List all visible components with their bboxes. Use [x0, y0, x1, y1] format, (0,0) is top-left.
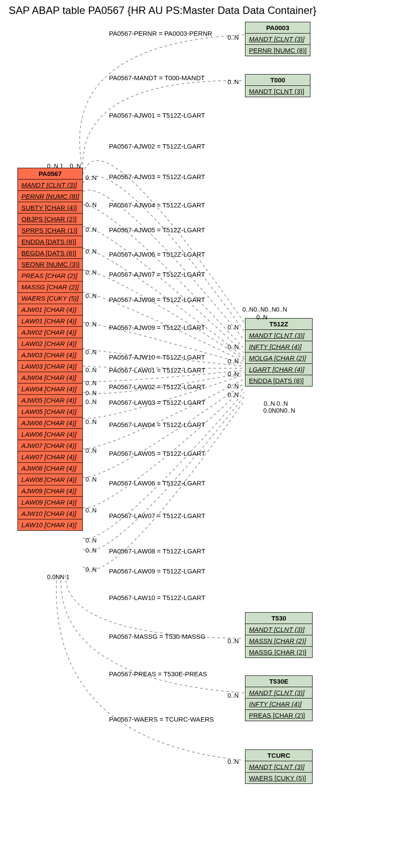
entity-field: WAERS [CUKY (5)] [245, 773, 312, 783]
cardinality-right: 0..N [228, 637, 239, 644]
entity-field: AJW06 [CHAR (4)] [18, 417, 82, 429]
field-label: LAW04 [CHAR (4)] [21, 385, 76, 393]
cardinality-right: 0..N [228, 758, 239, 765]
field-label: AJW02 [CHAR (4)] [21, 329, 76, 336]
cardinality-right: 0..N [228, 324, 239, 331]
relation-label: PA0567-LAW08 = T512Z-LGART [109, 547, 205, 555]
field-label: LAW10 [CHAR (4)] [21, 521, 76, 529]
relation-label: PA0567-LAW07 = T512Z-LGART [109, 512, 205, 519]
entity-PA0003: PA0003 MANDT [CLNT (3)]PERNR [NUMC (8)] [245, 22, 310, 56]
cardinality-left: 0..N [85, 174, 97, 181]
field-label: MOLGA [CHAR (2)] [249, 354, 306, 362]
entity-field: AJW01 [CHAR (4)] [18, 304, 82, 315]
cardinality-right: 0..N [228, 34, 239, 41]
entity-field: LAW01 [CHAR (4)] [18, 315, 82, 327]
field-label: MANDT [CLNT (3)] [249, 88, 304, 95]
entity-header: T530 [245, 613, 312, 624]
field-label: MANDT [CLNT (3)] [249, 332, 305, 339]
field-label: PREAS [CHAR (2)] [249, 712, 305, 719]
cardinality-left: 0..N [85, 292, 97, 299]
entity-header: T512Z [245, 319, 312, 330]
cardinality-left: 0.0NN 1 [47, 573, 69, 580]
field-label: SPRPS [CHAR (1)] [21, 227, 77, 234]
field-label: ENDDA [DATS (8)] [249, 377, 304, 384]
relation-label: PA0567-AJW06 = T512Z-LGART [109, 251, 205, 258]
cardinality-left: 0..N [85, 566, 97, 573]
cardinality-left: 0..N [85, 226, 97, 233]
field-label: LAW09 [CHAR (4)] [21, 498, 76, 506]
field-label: LAW07 [CHAR (4)] [21, 453, 76, 461]
entity-field: MANDT [CLNT (3)] [245, 330, 312, 341]
cardinality-right: 0..N [228, 692, 239, 699]
cardinality-left: 0..N [85, 321, 97, 328]
entity-field: BEGDA [DATS (8)] [18, 248, 82, 259]
relation-label: PA0567-AJW05 = T512Z-LGART [109, 226, 205, 234]
entity-field: MANDT [CLNT (3)] [245, 761, 312, 773]
entity-field: LAW05 [CHAR (4)] [18, 406, 82, 417]
field-label: AJW03 [CHAR (4)] [21, 351, 76, 359]
entity-field: MANDT [CLNT (3)] [18, 180, 82, 191]
field-label: MANDT [CLNT (3)] [249, 626, 305, 633]
field-label: AJW05 [CHAR (4)] [21, 397, 76, 404]
entity-field: PERNR [NUMC (8)] [18, 191, 82, 202]
relation-label: PA0567-AJW09 = T512Z-LGART [109, 324, 205, 331]
relation-label: PA0567-PREAS = T530E-PREAS [109, 670, 207, 678]
field-label: LAW05 [CHAR (4)] [21, 408, 76, 415]
field-label: WAERS [CUKY (5)] [21, 295, 78, 302]
entity-field: LAW10 [CHAR (4)] [18, 519, 82, 530]
cardinality-left: 0..N [70, 163, 81, 170]
relation-label: PA0567-LAW04 = T512Z-LGART [109, 421, 205, 428]
entity-field: MANDT [CLNT (3)] [245, 34, 310, 45]
field-label: PERNR [NUMC (8)] [249, 47, 307, 54]
relation-label: PA0567-LAW03 = T512Z-LGART [109, 399, 205, 406]
cardinality-left: 0..N [85, 418, 97, 425]
field-label: INFTY [CHAR (4)] [249, 343, 302, 350]
diagram-title: SAP ABAP table PA0567 {HR AU PS:Master D… [9, 4, 317, 17]
entity-header: T530E [245, 676, 312, 687]
entity-field: PREAS [CHAR (2)] [18, 270, 82, 281]
entity-field: LAW08 [CHAR (4)] [18, 474, 82, 485]
entity-field: AJW07 [CHAR (4)] [18, 440, 82, 451]
field-label: ENDDA [DATS (8)] [21, 238, 76, 245]
relation-label: PA0567-LAW09 = T512Z-LGART [109, 567, 205, 575]
entity-field: LAW04 [CHAR (4)] [18, 383, 82, 395]
relation-label: PA0567-LAW06 = T512Z-LGART [109, 479, 205, 487]
cardinality-right: 0..N [228, 78, 239, 85]
entity-header: T000 [245, 75, 310, 86]
entity-field: AJW08 [CHAR (4)] [18, 463, 82, 474]
cardinality-left: 0..N [85, 366, 97, 373]
entity-field: AJW02 [CHAR (4)] [18, 327, 82, 338]
field-label: SUBTY [CHAR (4)] [21, 204, 77, 211]
relation-label: PA0567-AJW10 = T512Z-LGART [109, 353, 205, 361]
field-label: INFTY [CHAR (4)] [249, 700, 302, 708]
relation-label: PA0567-AJW07 = T512Z-LGART [109, 271, 205, 278]
field-label: OBJPS [CHAR (2)] [21, 215, 77, 223]
cardinality-right: 0.0N0N0..N [263, 407, 295, 414]
entity-field: SUBTY [CHAR (4)] [18, 202, 82, 214]
field-label: WAERS [CUKY (5)] [249, 774, 306, 782]
field-label: BEGDA [DATS (8)] [21, 249, 76, 257]
entity-field: INFTY [CHAR (4)] [245, 698, 312, 710]
entity-field: LGART [CHAR (4)] [245, 364, 312, 375]
cardinality-right: 0..N [228, 358, 239, 365]
field-label: LAW06 [CHAR (4)] [21, 431, 76, 438]
entity-TCURC: TCURC MANDT [CLNT (3)]WAERS [CUKY (5)] [245, 749, 313, 784]
entity-field: MASSG [CHAR (2)] [18, 281, 82, 293]
cardinality-right: 0..N 0..N [264, 400, 288, 407]
entity-field: PREAS [CHAR (2)] [245, 710, 312, 721]
entity-T000: T000 MANDT [CLNT (3)] [245, 74, 310, 97]
field-label: PERNR [NUMC (8)] [21, 193, 79, 200]
entity-field: SEQNR [NUMC (3)] [18, 259, 82, 270]
entity-field: LAW07 [CHAR (4)] [18, 451, 82, 463]
field-label: LGART [CHAR (4)] [249, 366, 304, 373]
field-label: LAW01 [CHAR (4)] [21, 317, 76, 325]
entity-header: PA0003 [245, 22, 310, 34]
cardinality-left: 0..N [85, 349, 97, 356]
entity-field: AJW03 [CHAR (4)] [18, 349, 82, 361]
relation-label: PA0567-AJW02 = T512Z-LGART [109, 142, 205, 150]
entity-field: MANDT [CLNT (3)] [245, 624, 312, 635]
cardinality-left: 0..N [85, 201, 97, 208]
field-label: LAW08 [CHAR (4)] [21, 476, 76, 483]
relation-label: PA0567-AJW01 = T512Z-LGART [109, 112, 205, 119]
entity-field: WAERS [CUKY (5)] [18, 293, 82, 304]
